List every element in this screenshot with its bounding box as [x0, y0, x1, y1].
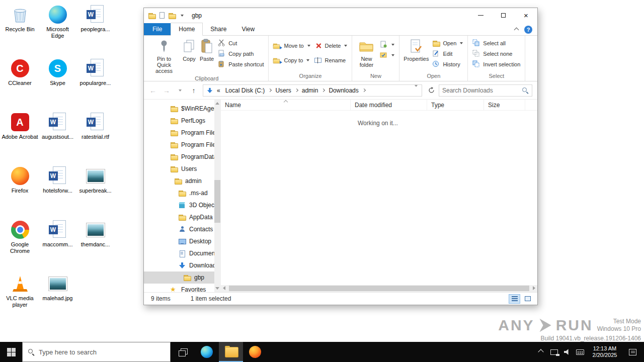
tree-item-favorites[interactable]: ★Favorites — [144, 284, 214, 292]
taskbar-firefox-button[interactable] — [243, 342, 267, 362]
tree-item-perflogs[interactable]: PerfLogs — [144, 115, 214, 127]
desktop-icon-microsoft-edge[interactable]: Microsoft Edge — [39, 3, 76, 57]
show-hidden-icons-button[interactable] — [534, 342, 547, 362]
select-all-button[interactable]: Select all — [470, 39, 522, 48]
taskbar-clock[interactable]: 12:13 AM 2/20/2025 — [587, 345, 623, 358]
breadcrumb-downloads[interactable]: Downloads — [327, 87, 360, 94]
desktop-icon-peoplegra[interactable]: W peoplegra... — [76, 3, 114, 57]
desktop-icon-malehad-jpg[interactable]: malehad.jpg — [39, 272, 76, 326]
breadcrumb-collapsed[interactable]: « — [215, 87, 222, 94]
taskbar-search[interactable] — [22, 342, 171, 362]
breadcrumb-local-disk[interactable]: Local Disk (C:) — [223, 87, 267, 94]
breadcrumb-chevron-icon[interactable] — [362, 88, 366, 92]
start-button[interactable] — [0, 342, 22, 362]
history-button[interactable]: History — [430, 60, 465, 69]
tree-item-gbp[interactable]: gbp — [144, 272, 214, 284]
close-button[interactable]: × — [515, 8, 537, 23]
taskbar-file-explorer-button[interactable] — [219, 342, 243, 362]
easy-access-button[interactable] — [378, 51, 396, 60]
tree-item-winreagent[interactable]: $WinREAgent — [144, 103, 214, 115]
tree-item-ms-ad[interactable]: .ms-ad — [144, 187, 214, 199]
tree-item-contacts[interactable]: Contacts — [144, 223, 214, 235]
invert-selection-button[interactable]: Invert selection — [470, 60, 522, 69]
tree-item-downloads[interactable]: Downloads — [144, 259, 214, 272]
desktop-icon-themdanc[interactable]: themdanc... — [76, 218, 114, 272]
new-item-button[interactable] — [378, 40, 396, 49]
cut-button[interactable]: Cut — [216, 39, 266, 48]
tab-view[interactable]: View — [234, 23, 262, 35]
column-header-name[interactable]: Name — [221, 100, 351, 110]
desktop-icon-google-chrome[interactable]: Google Chrome — [1, 218, 39, 272]
tree-item-desktop[interactable]: Desktop — [144, 235, 214, 247]
pin-to-quick-access-button[interactable]: Pin to Quick access — [147, 37, 181, 75]
qat-new-folder-icon[interactable] — [168, 12, 176, 20]
desktop-icon-augustsout[interactable]: W augustsout... — [39, 111, 76, 164]
action-center-button[interactable] — [623, 342, 642, 362]
scrollbar-thumb[interactable] — [214, 180, 220, 223]
tree-item-admin[interactable]: admin — [144, 175, 214, 187]
minimize-button[interactable] — [469, 8, 492, 23]
search-input[interactable] — [442, 87, 520, 94]
delete-button[interactable]: Delete — [312, 41, 350, 50]
tree-item-programdata[interactable]: ProgramData — [144, 151, 214, 163]
taskbar-search-input[interactable] — [39, 348, 165, 356]
open-button[interactable]: Open — [430, 39, 465, 48]
details-view-button[interactable] — [509, 294, 520, 304]
desktop-icon-recycle-bin[interactable]: Recycle Bin — [1, 3, 39, 57]
desktop-icon-hotelsforw[interactable]: W hotelsforw... — [39, 164, 76, 218]
breadcrumb-users[interactable]: Users — [273, 87, 293, 94]
tab-share[interactable]: Share — [203, 23, 234, 35]
files-area[interactable]: Working on it... — [221, 111, 537, 285]
tree-item-users[interactable]: Users — [144, 163, 214, 175]
horizontal-scrollbar[interactable] — [221, 285, 537, 292]
maximize-button[interactable] — [492, 8, 515, 23]
copy-button[interactable]: Copy — [181, 37, 198, 63]
desktop-icon-firefox[interactable]: Firefox — [1, 164, 39, 218]
column-header-date-modified[interactable]: Date modified — [351, 100, 427, 110]
desktop-icon-adobe-acrobat[interactable]: A Adobe Acrobat — [1, 111, 39, 164]
scroll-up-icon[interactable] — [215, 102, 219, 105]
scroll-right-icon[interactable] — [533, 286, 535, 290]
rename-button[interactable]: Rename — [312, 56, 350, 65]
properties-button[interactable]: Properties — [402, 37, 430, 63]
copy-to-button[interactable]: Copy to — [271, 56, 312, 65]
breadcrumb-chevron-icon[interactable] — [295, 88, 298, 92]
tree-item-documents[interactable]: Documents — [144, 247, 214, 259]
desktop-icon-superbreak[interactable]: superbreak... — [76, 164, 114, 218]
refresh-button[interactable] — [425, 84, 437, 97]
back-button[interactable]: ← — [147, 84, 159, 97]
qat-customize-caret-icon[interactable] — [181, 15, 184, 17]
address-dropdown-button[interactable] — [413, 87, 419, 94]
keyboard-button[interactable] — [574, 342, 587, 362]
move-to-button[interactable]: Move to — [271, 41, 312, 50]
navigation-scrollbar[interactable] — [214, 100, 220, 292]
tree-item-program-files[interactable]: Program Files — [144, 127, 214, 139]
network-button[interactable] — [547, 342, 560, 362]
column-header-size[interactable]: Size — [484, 100, 525, 110]
address-bar[interactable]: « Local Disk (C:) Users admin Downloads — [203, 84, 422, 97]
desktop-icon-vlc[interactable]: VLC media player — [1, 272, 39, 326]
tree-item-3d-objects[interactable]: 3D Objects — [144, 199, 214, 211]
up-button[interactable]: ↑ — [188, 84, 200, 97]
search-box[interactable] — [439, 84, 532, 97]
forward-button[interactable]: → — [160, 84, 173, 97]
breadcrumb-admin[interactable]: admin — [300, 87, 320, 94]
taskbar-edge-button[interactable] — [195, 342, 219, 362]
copy-path-button[interactable]: Copy path — [216, 49, 266, 58]
scroll-left-icon[interactable] — [223, 286, 225, 290]
tree-item-program-files-x86[interactable]: Program Files — [144, 139, 214, 151]
breadcrumb-chevron-icon[interactable] — [321, 88, 325, 92]
scroll-down-icon[interactable] — [215, 287, 219, 290]
breadcrumb-chevron-icon[interactable] — [268, 88, 272, 92]
volume-button[interactable] — [560, 342, 574, 362]
new-folder-button[interactable]: New folder — [355, 37, 378, 69]
tab-home[interactable]: Home — [171, 23, 203, 36]
task-view-button[interactable] — [171, 342, 195, 362]
paste-button[interactable]: Paste — [198, 37, 216, 63]
help-button[interactable]: ? — [524, 26, 532, 34]
edit-button[interactable]: Edit — [430, 49, 465, 58]
scrollbar-thumb[interactable] — [229, 286, 529, 291]
paste-shortcut-button[interactable]: Paste shortcut — [216, 60, 266, 69]
qat-properties-icon[interactable] — [159, 12, 165, 19]
desktop-icon-populargre[interactable]: W populargre... — [76, 57, 114, 111]
